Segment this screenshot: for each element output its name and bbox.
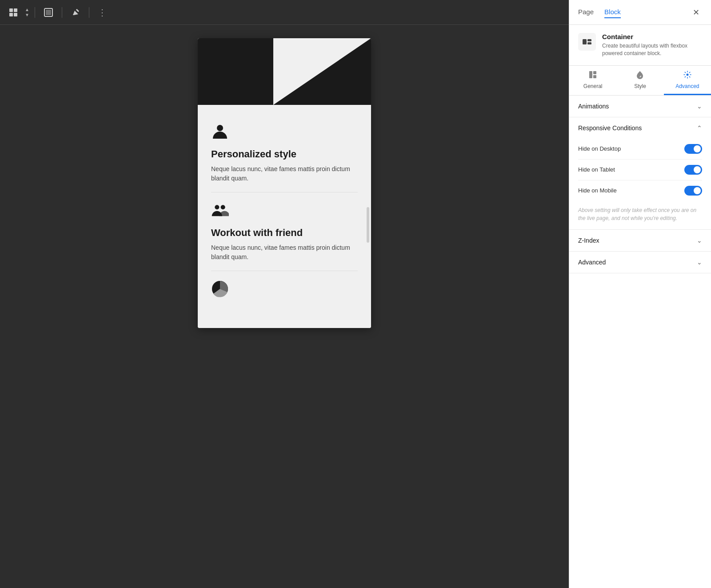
block-icon-wrap [578, 33, 596, 51]
advanced-section[interactable]: Advanced ⌄ [569, 252, 711, 273]
tab-general[interactable]: General [569, 66, 616, 95]
preview-section-3 [211, 271, 358, 315]
svg-rect-14 [593, 71, 596, 74]
advanced-tab-label: Advanced [675, 83, 699, 89]
tab-page[interactable]: Page [578, 6, 594, 18]
close-icon: ✕ [693, 8, 699, 17]
responsive-conditions-body: Hide on Desktop Hide on Tablet Hide on M… [569, 139, 711, 201]
hide-mobile-label: Hide on Mobile [578, 187, 617, 194]
svg-rect-5 [46, 10, 51, 15]
svg-rect-10 [583, 39, 587, 44]
tab-style[interactable]: Style [616, 66, 663, 95]
svg-rect-3 [14, 13, 17, 16]
general-icon [588, 70, 597, 81]
chart-icon [211, 280, 229, 300]
svg-rect-13 [589, 71, 592, 78]
more-options-button[interactable]: ⋮ [95, 4, 111, 20]
section1-text: Neque lacus nunc, vitae fames mattis pro… [211, 164, 358, 183]
layout-icon [8, 8, 18, 17]
hide-mobile-toggle[interactable] [684, 186, 702, 196]
responsive-conditions-label: Responsive Conditions [578, 124, 642, 132]
right-panel: Page Block ✕ Container Create beautiful … [569, 0, 711, 588]
preview-content: Personalized style Neque lacus nunc, vit… [198, 105, 371, 328]
svg-point-6 [217, 125, 223, 131]
tab-advanced[interactable]: Advanced [664, 66, 711, 95]
style-icon [71, 8, 80, 17]
panel-body: Animations ⌄ Responsive Conditions ⌃ Hid… [569, 96, 711, 588]
hide-desktop-toggle[interactable] [684, 144, 702, 154]
nav-arrows[interactable]: ▲ ▼ [25, 7, 29, 18]
page-preview: Personalized style Neque lacus nunc, vit… [198, 38, 371, 328]
scrollbar[interactable] [367, 207, 369, 243]
sub-tabs: General Style Advanced [569, 66, 711, 96]
z-index-label: Z-Index [578, 237, 599, 244]
hide-tablet-row: Hide on Tablet [578, 160, 702, 180]
svg-rect-2 [9, 13, 13, 16]
block-info: Container Create beautiful layouts with … [569, 25, 711, 66]
more-icon: ⋮ [98, 7, 108, 18]
nav-up-arrow[interactable]: ▲ [25, 7, 29, 12]
advanced-label: Advanced [578, 259, 606, 266]
advanced-tab-icon [683, 70, 692, 81]
toolbar: ▲ ▼ ⋮ [0, 0, 569, 25]
editor-area: ▲ ▼ ⋮ [0, 0, 569, 588]
preview-section-1: Personalized style Neque lacus nunc, vit… [211, 114, 358, 192]
preview-section-2: Workout with friend Neque lacus nunc, vi… [211, 192, 358, 271]
z-index-section[interactable]: Z-Index ⌄ [569, 230, 711, 252]
block-info-text: Container Create beautiful layouts with … [602, 33, 702, 57]
svg-rect-1 [14, 8, 17, 12]
hide-mobile-row: Hide on Mobile [578, 180, 702, 201]
section1-title: Personalized style [211, 148, 358, 160]
svg-rect-0 [9, 8, 13, 12]
svg-point-8 [221, 205, 225, 209]
hide-tablet-toggle[interactable] [684, 165, 702, 175]
hide-desktop-label: Hide on Desktop [578, 145, 621, 152]
responsive-note: Above setting will only take effect once… [569, 201, 711, 229]
divider2 [62, 7, 62, 18]
hide-desktop-row: Hide on Desktop [578, 139, 702, 160]
general-tab-label: General [583, 83, 603, 89]
group-icon [211, 201, 229, 221]
svg-rect-12 [587, 42, 591, 44]
container-block-icon [582, 36, 592, 47]
section2-text: Neque lacus nunc, vitae fames mattis pro… [211, 243, 358, 262]
block-name: Container [602, 33, 702, 40]
svg-rect-15 [593, 75, 596, 78]
panel-header: Page Block ✕ [569, 0, 711, 25]
tab-block[interactable]: Block [604, 6, 621, 18]
animations-label: Animations [578, 103, 609, 110]
animations-chevron-icon: ⌄ [697, 103, 702, 110]
select-mode-button[interactable] [40, 4, 56, 20]
layout-switcher-button[interactable] [5, 4, 21, 20]
preview-header [198, 38, 371, 105]
responsive-chevron-icon: ⌃ [697, 124, 702, 132]
responsive-conditions-section: Responsive Conditions ⌃ Hide on Desktop … [569, 117, 711, 230]
animations-section[interactable]: Animations ⌄ [569, 96, 711, 117]
section2-title: Workout with friend [211, 227, 358, 239]
svg-rect-11 [587, 39, 591, 41]
hide-tablet-label: Hide on Tablet [578, 166, 615, 173]
svg-point-16 [686, 73, 688, 76]
person-icon [211, 123, 229, 142]
close-button[interactable]: ✕ [690, 6, 702, 19]
nav-down-arrow[interactable]: ▼ [25, 12, 29, 18]
canvas-area: Personalized style Neque lacus nunc, vit… [0, 25, 569, 588]
divider3 [89, 7, 89, 18]
divider [35, 7, 35, 18]
style-tab-label: Style [634, 83, 646, 89]
select-icon [44, 8, 53, 17]
svg-point-7 [215, 205, 219, 209]
responsive-conditions-header[interactable]: Responsive Conditions ⌃ [569, 117, 711, 139]
style-button[interactable] [68, 4, 84, 20]
block-description: Create beautiful layouts with flexbox po… [602, 42, 702, 57]
style-tab-icon [635, 70, 644, 81]
advanced-chevron-icon: ⌄ [697, 259, 702, 266]
z-index-chevron-icon: ⌄ [697, 237, 702, 244]
